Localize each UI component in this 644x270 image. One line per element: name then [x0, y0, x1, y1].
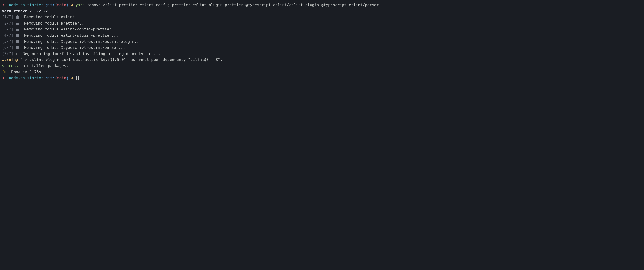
trash-icon: 🗑: [16, 14, 20, 20]
git-branch: main: [57, 75, 66, 81]
trash-icon: 🗑: [16, 20, 20, 26]
dirty-indicator-icon: ✗: [71, 75, 73, 81]
dirty-indicator-icon: ✗: [71, 2, 73, 8]
paren-open: (: [55, 75, 57, 81]
step-counter: [1/7]: [2, 14, 13, 20]
git-label: git:: [46, 75, 55, 81]
prompt-line-1: ➜ node-ts-starter git:(main) ✗ yarn remo…: [2, 2, 642, 8]
warning-label: warning: [2, 57, 18, 63]
trash-icon: 🗑: [16, 26, 20, 32]
command-yarn: yarn: [75, 2, 85, 8]
success-text: Uninstalled packages.: [18, 63, 68, 69]
warning-text: " > eslint-plugin-sort-destructure-keys@…: [18, 57, 222, 63]
prompt-directory: node-ts-starter: [9, 75, 44, 81]
paren-open: (: [55, 2, 57, 8]
step-counter: [3/7]: [2, 26, 13, 32]
step-counter: [2/7]: [2, 20, 13, 26]
step-line: [2/7] 🗑 Removing module prettier...: [2, 20, 642, 26]
step-text: Removing module eslint...: [20, 14, 82, 20]
success-line: success Uninstalled packages.: [2, 63, 642, 69]
git-branch: main: [57, 2, 66, 8]
prompt-directory: node-ts-starter: [9, 2, 44, 8]
paren-close: ): [66, 75, 69, 81]
step-counter: [4/7]: [2, 32, 13, 39]
step-text: Removing module @typescript-eslint/parse…: [20, 44, 125, 51]
prompt-line-2[interactable]: ➜ node-ts-starter git:(main) ✗: [2, 75, 642, 81]
done-line: ✨ Done in 1.75s.: [2, 69, 642, 75]
step-line: [7/7] ⬆ Regenerating lockfile and instal…: [2, 51, 642, 57]
warning-line: warning " > eslint-plugin-sort-destructu…: [2, 57, 642, 63]
step-line: [1/7] 🗑 Removing module eslint...: [2, 14, 642, 20]
paren-close: ): [66, 2, 69, 8]
success-label: success: [2, 63, 18, 69]
cursor-icon: [76, 76, 79, 81]
step-counter: [7/7]: [2, 51, 13, 57]
done-text: Done in 1.75s.: [7, 69, 44, 75]
step-line: [4/7] 🗑 Removing module eslint-plugin-pr…: [2, 32, 642, 39]
terminal-output[interactable]: ➜ node-ts-starter git:(main) ✗ yarn remo…: [2, 2, 642, 81]
command-args: remove eslint prettier eslint-config-pre…: [87, 2, 378, 8]
step-text: Removing module eslint-plugin-prettier..…: [20, 32, 118, 39]
step-text: Removing module prettier...: [20, 20, 86, 26]
trash-icon: 🗑: [16, 44, 20, 51]
trash-icon: 🗑: [16, 32, 20, 39]
step-text: Regenerating lockfile and installing mis…: [18, 51, 160, 57]
step-line: [3/7] 🗑 Removing module eslint-config-pr…: [2, 26, 642, 32]
yarn-version-line: yarn remove v1.22.22: [2, 8, 642, 14]
step-counter: [5/7]: [2, 39, 13, 45]
trash-icon: 🗑: [16, 39, 20, 45]
sparkle-icon: ✨: [2, 69, 7, 75]
prompt-arrow-icon: ➜: [2, 2, 4, 8]
step-text: Removing module eslint-config-prettier..…: [20, 26, 118, 32]
step-line: [5/7] 🗑 Removing module @typescript-esli…: [2, 39, 642, 45]
arrow-up-icon: ⬆: [16, 51, 18, 57]
prompt-arrow-icon: ➜: [2, 75, 4, 81]
step-counter: [6/7]: [2, 44, 13, 51]
git-label: git:: [46, 2, 55, 8]
step-text: Removing module @typescript-eslint/eslin…: [20, 39, 142, 45]
step-line: [6/7] 🗑 Removing module @typescript-esli…: [2, 44, 642, 51]
